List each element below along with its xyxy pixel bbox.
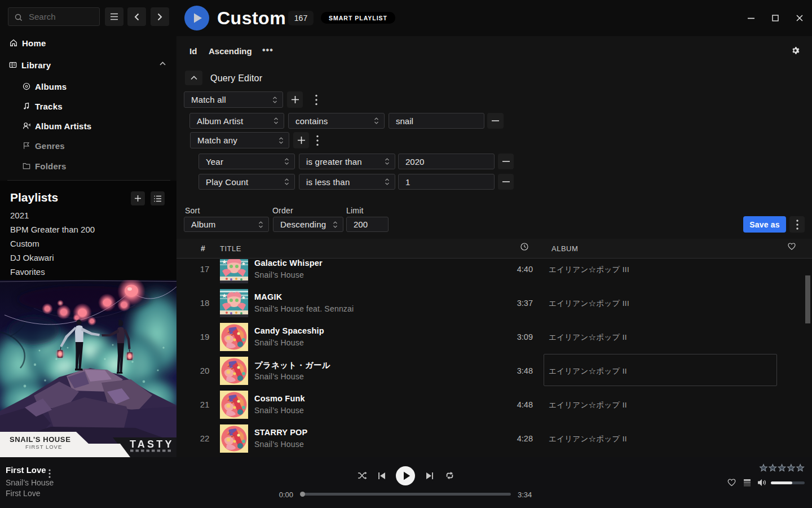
svg-text:SNAIL'S HOUSE: SNAIL'S HOUSE xyxy=(10,435,70,444)
svg-text:FIRST LOVE: FIRST LOVE xyxy=(25,444,62,450)
svg-text:TASTY: TASTY xyxy=(130,439,174,450)
